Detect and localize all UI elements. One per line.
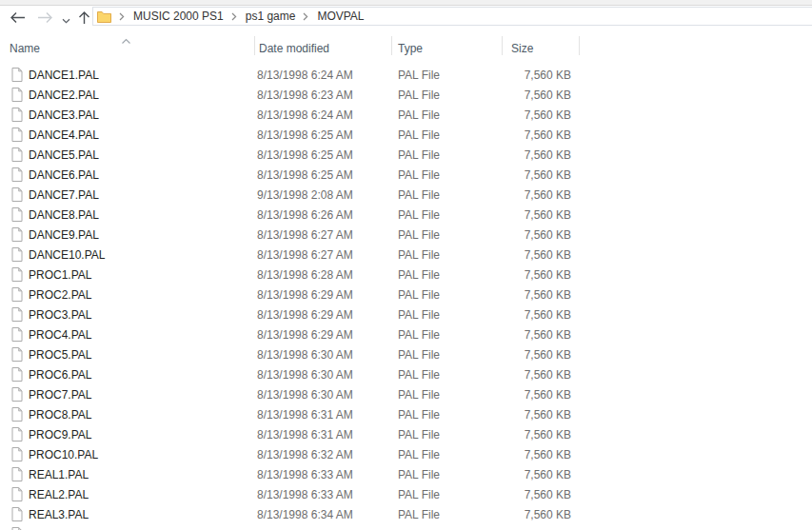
breadcrumb-chevron-icon[interactable] [303, 12, 308, 21]
file-name-cell: REAL2.PAL [0, 487, 254, 501]
file-size: 7,560 KB [502, 368, 579, 382]
file-name-cell: PROC4.PAL [0, 327, 254, 342]
file-type: PAL File [391, 288, 502, 302]
file-icon [11, 227, 23, 242]
file-type: PAL File [391, 188, 502, 202]
up-button[interactable] [78, 10, 90, 28]
table-row[interactable]: DANCE9.PAL 8/13/1998 6:27 AM PAL File 7,… [0, 225, 812, 245]
file-type: PAL File [391, 308, 502, 322]
file-size: 7,560 KB [502, 288, 579, 302]
table-row[interactable]: DANCE6.PAL 8/13/1998 6:25 AM PAL File 7,… [0, 165, 812, 185]
file-name-cell: PROC8.PAL [0, 407, 254, 422]
column-divider[interactable] [502, 36, 503, 55]
table-row[interactable]: DANCE8.PAL 8/13/1998 6:26 AM PAL File 7,… [0, 205, 812, 225]
table-row[interactable]: PROC2.PAL 8/13/1998 6:29 AM PAL File 7,5… [0, 285, 812, 304]
file-name: DANCE5.PAL [29, 148, 99, 162]
table-row[interactable]: PROC4.PAL 8/13/1998 6:29 AM PAL File 7,5… [0, 324, 812, 344]
sort-ascending-icon[interactable] [121, 34, 131, 48]
file-size: 7,560 KB [502, 428, 579, 442]
table-row[interactable]: PROC9.PAL 8/13/1998 6:31 AM PAL File 7,5… [0, 424, 812, 444]
table-row[interactable]: PROC7.PAL 8/13/1998 6:30 AM PAL File 7,5… [0, 384, 812, 404]
table-row[interactable]: REAL2.PAL 8/13/1998 6:33 AM PAL File 7,5… [0, 484, 812, 504]
file-icon [11, 347, 23, 362]
file-icon [11, 427, 23, 442]
file-size: 7,560 KB [502, 228, 579, 242]
file-size: 7,560 KB [502, 488, 579, 501]
file-date-modified: 8/13/1998 6:25 AM [254, 128, 391, 142]
file-type: PAL File [391, 468, 502, 481]
forward-arrow-icon [37, 11, 53, 27]
file-date-modified: 8/13/1998 6:31 AM [254, 408, 391, 422]
file-name: DANCE3.PAL [29, 108, 99, 122]
column-header-date-label: Date modified [259, 42, 329, 55]
file-icon [11, 447, 23, 461]
breadcrumb-chevron-icon[interactable] [231, 12, 237, 21]
table-row[interactable]: REAL1.PAL 8/13/1998 6:33 AM PAL File 7,5… [0, 464, 812, 484]
file-name: DANCE10.PAL [29, 248, 105, 262]
table-row[interactable]: PROC5.PAL 8/13/1998 6:30 AM PAL File 7,5… [0, 344, 812, 364]
file-size: 7,560 KB [502, 248, 579, 262]
table-row[interactable]: PROC8.PAL 8/13/1998 6:31 AM PAL File 7,5… [0, 404, 812, 424]
file-type: PAL File [391, 128, 502, 142]
column-divider[interactable] [579, 36, 580, 55]
table-row[interactable]: DANCE10.PAL 8/13/1998 6:27 AM PAL File 7… [0, 245, 812, 265]
table-row[interactable]: PROC10.PAL 8/13/1998 6:32 AM PAL File 7,… [0, 444, 812, 464]
file-size: 7,560 KB [502, 448, 579, 461]
table-row[interactable]: PROC6.PAL 8/13/1998 6:30 AM PAL File 7,5… [0, 364, 812, 384]
file-icon [11, 207, 23, 222]
breadcrumb-segment-3[interactable]: MOVPAL [317, 10, 364, 23]
file-icon [11, 407, 23, 422]
file-type: PAL File [391, 248, 502, 262]
file-icon [11, 187, 23, 202]
file-name: PROC1.PAL [29, 268, 91, 282]
recent-locations-button[interactable] [62, 12, 70, 27]
file-icon [11, 487, 23, 501]
breadcrumb-segment-1[interactable]: MUSIC 2000 PS1 [133, 10, 224, 23]
column-divider[interactable] [391, 36, 392, 55]
column-divider[interactable] [254, 36, 255, 55]
table-row[interactable]: DANCE2.PAL 8/13/1998 6:23 AM PAL File 7,… [0, 85, 812, 105]
file-name: DANCE9.PAL [29, 228, 99, 242]
column-header-type-label: Type [398, 42, 423, 55]
file-name-cell: PROC2.PAL [0, 287, 254, 302]
navigation-toolbar: MUSIC 2000 PS1 ps1 game MOVPAL [0, 6, 812, 32]
back-button[interactable] [10, 11, 26, 27]
file-type: PAL File [391, 448, 502, 461]
column-header-size[interactable]: Size [502, 34, 579, 63]
column-header-date-modified[interactable]: Date modified [254, 34, 391, 63]
file-type: PAL File [391, 168, 502, 182]
file-name-cell: PROC5.PAL [0, 347, 254, 362]
file-icon [11, 108, 23, 122]
file-date-modified: 9/13/1998 2:08 AM [254, 188, 391, 202]
file-name: REAL1.PAL [29, 468, 89, 481]
file-name-cell: REAL1.PAL [0, 467, 254, 481]
file-date-modified: 8/13/1998 6:29 AM [254, 308, 391, 322]
file-icon [11, 267, 23, 282]
file-name-cell: DANCE8.PAL [0, 207, 254, 222]
file-type: PAL File [391, 328, 502, 342]
forward-button[interactable] [37, 11, 53, 27]
table-row[interactable]: DANCE5.PAL 8/13/1998 6:25 AM PAL File 7,… [0, 145, 812, 165]
file-name: DANCE7.PAL [29, 188, 99, 202]
chevron-down-icon [62, 12, 70, 27]
table-row[interactable]: REAL3.PAL 8/13/1998 6:34 AM PAL File 7,5… [0, 504, 812, 524]
file-name: DANCE6.PAL [29, 168, 99, 182]
file-name: REAL2.PAL [29, 488, 89, 501]
file-type: PAL File [391, 88, 502, 102]
table-row[interactable]: PROC1.PAL 8/13/1998 6:28 AM PAL File 7,5… [0, 265, 812, 285]
table-row[interactable]: PROC3.PAL 8/13/1998 6:29 AM PAL File 7,5… [0, 304, 812, 324]
table-row[interactable]: DANCE7.PAL 9/13/1998 2:08 AM PAL File 7,… [0, 185, 812, 205]
file-name-cell: DANCE1.PAL [0, 68, 254, 82]
table-row[interactable]: DANCE3.PAL 8/13/1998 6:24 AM PAL File 7,… [0, 105, 812, 125]
table-row[interactable]: DANCE4.PAL 8/13/1998 6:25 AM PAL File 7,… [0, 125, 812, 145]
table-row[interactable]: DANCE1.PAL 8/13/1998 6:24 AM PAL File 7,… [0, 65, 812, 85]
file-name-cell: DANCE2.PAL [0, 88, 254, 102]
file-date-modified: 8/13/1998 6:33 AM [254, 468, 391, 481]
address-bar[interactable]: MUSIC 2000 PS1 ps1 game MOVPAL [92, 7, 812, 26]
column-header-type[interactable]: Type [391, 34, 502, 63]
file-name-cell: DANCE10.PAL [0, 247, 254, 262]
table-row-partial[interactable] [0, 524, 812, 530]
breadcrumb-segment-2[interactable]: ps1 game [246, 10, 296, 23]
file-name-cell: DANCE6.PAL [0, 167, 254, 182]
breadcrumb-chevron-icon[interactable] [119, 12, 125, 21]
